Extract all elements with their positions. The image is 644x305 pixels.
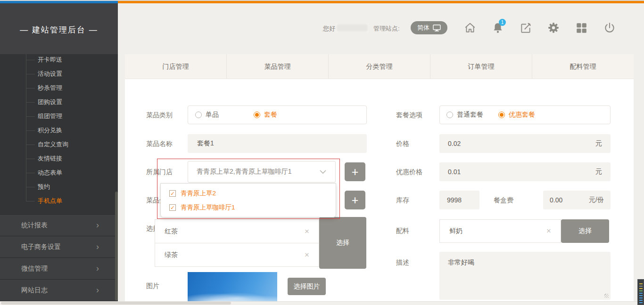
tab-bar: 门店管理 菜品管理 分类管理 订单管理 配料管理 <box>125 54 634 79</box>
tab-category-management[interactable]: 分类管理 <box>328 54 430 79</box>
price-label: 价格 <box>396 139 409 148</box>
power-icon[interactable] <box>603 22 616 34</box>
scroll-minimap-widget[interactable] <box>637 279 644 305</box>
checkbox-checked-icon[interactable]: ✓ <box>169 204 176 211</box>
store-option-label: 青青原上草咖啡厅1 <box>181 203 235 212</box>
notification-badge: 1 <box>499 19 506 26</box>
price-unit: 元 <box>595 139 602 148</box>
chevron-down-icon <box>319 169 327 174</box>
sidebar-section-label: 微信管理 <box>21 265 48 272</box>
radio-single-item[interactable] <box>195 112 202 118</box>
select-ingredient-button[interactable]: 选择 <box>561 219 609 243</box>
sidebar-item-mobile-ordering[interactable]: 手机点单 <box>0 194 118 208</box>
sidebar-scrollbar[interactable] <box>115 192 118 301</box>
sidebar-section-statistics[interactable]: 统计报表 › <box>0 214 118 236</box>
tab-ingredient-management[interactable]: 配料管理 <box>532 54 634 79</box>
sidebar-section-label: 统计报表 <box>21 221 48 229</box>
description-textarea[interactable]: 非常好喝 <box>439 252 611 300</box>
language-button[interactable]: 简体 <box>411 21 447 34</box>
ingredient-label: 配料 <box>396 226 409 235</box>
store-dropdown: ✓ 青青原上草2 ✓ 青青原上草咖啡厅1 <box>160 183 336 217</box>
dish-name-label: 菜品名称 <box>146 139 173 148</box>
store-select-value: 青青原上草2,青青原上草咖啡厅1 <box>197 168 291 176</box>
sidebar-section-label: 电子商务设置 <box>21 243 61 250</box>
ingredient-value: 鲜奶 <box>449 227 462 235</box>
radio-single-item-label: 单品 <box>206 111 219 119</box>
edit-icon[interactable] <box>520 22 532 34</box>
sidebar-section-label: 网站日志 <box>21 286 48 294</box>
radio-combo[interactable] <box>254 112 260 118</box>
select-image-button-label: 选择图片 <box>294 282 320 291</box>
dish-item-row: 红茶 × <box>155 219 319 243</box>
dish-item-name: 绿茶 <box>165 251 178 259</box>
sidebar-item-friend-links[interactable]: 友情链接 <box>0 152 118 166</box>
radio-discount-combo[interactable] <box>498 112 505 118</box>
radio-normal-combo-label: 普通套餐 <box>457 111 483 119</box>
ingredient-input[interactable]: 鲜奶 × <box>439 219 561 243</box>
radio-combo-label: 套餐 <box>264 111 277 119</box>
sidebar-item-activity-settings[interactable]: 活动设置 <box>0 67 118 81</box>
sidebar-item-group-buy[interactable]: 团购设置 <box>0 95 118 109</box>
add-store-button[interactable]: + <box>345 162 365 181</box>
sidebar-item-reservation[interactable]: 预约 <box>0 180 118 194</box>
description-value: 非常好喝 <box>448 258 474 267</box>
tab-order-management[interactable]: 订单管理 <box>430 54 532 79</box>
dish-category-label: 菜品类别 <box>146 110 173 120</box>
combo-option-label: 套餐选项 <box>396 110 422 120</box>
description-label: 描述 <box>396 257 409 267</box>
store-dropdown-option[interactable]: ✓ 青青原上草咖啡厅1 <box>161 201 336 215</box>
checkbox-checked-icon[interactable]: ✓ <box>169 190 176 197</box>
dish-item-row: 绿茶 × <box>155 243 319 267</box>
store-select[interactable]: 青青原上草2,青青原上草咖啡厅1 <box>188 161 336 183</box>
horizontal-scrollbar-thumb[interactable] <box>1 302 231 305</box>
image-label: 图片 <box>146 281 159 290</box>
sidebar-item-dynamic-form[interactable]: 动态表单 <box>0 166 118 180</box>
chevron-right-icon: › <box>96 215 99 236</box>
dish-item-name: 红茶 <box>165 227 178 236</box>
box-fee-input[interactable]: 0.00 元/份 <box>543 191 611 209</box>
home-icon[interactable] <box>464 22 476 34</box>
chevron-right-icon: › <box>96 258 99 279</box>
tab-dish-management[interactable]: 菜品管理 <box>226 54 328 79</box>
discount-price-label: 优惠价格 <box>396 167 422 177</box>
dish-image-thumbnail <box>188 272 277 305</box>
sidebar-item-group-manage[interactable]: 组团管理 <box>0 109 118 123</box>
chevron-right-icon: › <box>96 236 99 257</box>
sidebar-section-wechat[interactable]: 微信管理 › <box>0 257 118 279</box>
select-image-button[interactable]: 选择图片 <box>288 278 326 295</box>
stock-input[interactable]: 9998 <box>439 191 479 209</box>
tab-store-management[interactable]: 门店管理 <box>125 54 226 79</box>
remove-dish-icon[interactable]: × <box>305 250 309 260</box>
site-label: 管理站点: <box>373 24 400 33</box>
discount-price-unit: 元 <box>595 168 602 176</box>
sidebar-item-custom-query[interactable]: 自定义查询 <box>0 137 118 152</box>
combo-option-group: 普通套餐 优惠套餐 <box>439 105 611 124</box>
radio-normal-combo[interactable] <box>446 112 453 118</box>
add-classification-button[interactable]: + <box>345 191 365 209</box>
store-dropdown-option[interactable]: ✓ 青青原上草2 <box>161 186 336 201</box>
resize-handle[interactable] <box>604 294 609 298</box>
stock-value: 9998 <box>447 196 462 204</box>
remove-dish-icon[interactable]: × <box>305 227 309 236</box>
sidebar-section-ecommerce[interactable]: 电子商务设置 › <box>0 236 118 257</box>
sidebar-item-flash-sale[interactable]: 秒杀管理 <box>0 81 118 95</box>
box-fee-label: 餐盒费 <box>494 195 513 205</box>
remove-ingredient-icon[interactable]: × <box>546 226 551 236</box>
select-dishes-button[interactable]: 选择 <box>319 217 366 269</box>
price-input[interactable]: 0.02 元 <box>439 134 611 153</box>
language-label: 简体 <box>417 24 429 32</box>
dish-category-group: 单品 套餐 <box>188 105 367 124</box>
chevron-right-icon: › <box>96 280 99 301</box>
dish-name-input[interactable]: 套餐1 <box>188 134 367 153</box>
price-value: 0.02 <box>448 140 461 147</box>
plus-icon: + <box>352 193 359 207</box>
sidebar-section-site-log[interactable]: 网站日志 › <box>0 279 118 301</box>
dish-name-value: 套餐1 <box>197 139 214 148</box>
sidebar-item-points-exchange[interactable]: 积分兑换 <box>0 123 118 137</box>
sidebar-item-open-card-gift[interactable]: 开卡即送 <box>0 53 118 67</box>
apps-grid-icon[interactable] <box>575 22 587 34</box>
page: — 建站管理后台 — 开卡即送 活动设置 秒杀管理 团购设置 组团管理 积分兑换… <box>0 0 644 305</box>
discount-price-input[interactable]: 0.01 元 <box>439 162 611 181</box>
box-fee-unit: 元/份 <box>589 196 604 204</box>
gear-icon[interactable] <box>547 22 560 34</box>
